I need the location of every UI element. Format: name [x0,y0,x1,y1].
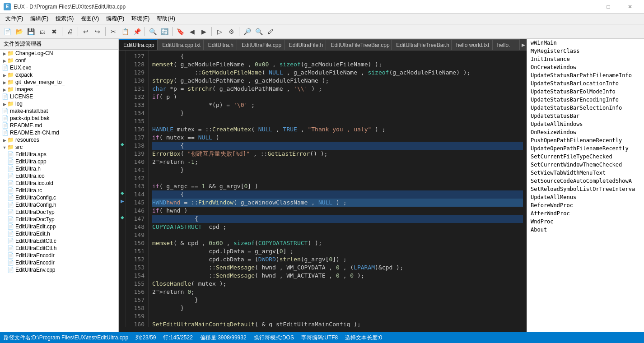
copy-button[interactable]: 📋 [120,26,131,37]
bookmark-button[interactable]: 🔖 [175,26,186,37]
code-line-133[interactable]: *(p) = '\0' ; [152,101,523,109]
code-line-155[interactable]: CloseHandle( mutex ); [152,280,523,288]
symbol-item-UpdateStatusBarEolModeInfo[interactable]: UpdateStatusBarEolModeInfo [527,88,644,96]
expand-icon[interactable]: ▼ [2,145,7,150]
code-area[interactable]: ◆◆▶◆ 12712812913013113213313413513613713… [119,51,527,327]
menu-item-文件(F)[interactable]: 文件(F) [2,14,27,24]
code-line-140[interactable]: 2">return -1; [152,158,523,166]
expand-icon[interactable]: ▶ [2,80,7,85]
search2-icon-btn[interactable]: 🔍 [253,26,264,37]
symbol-item-InitInstance[interactable]: InitInstance [527,55,644,63]
tree-item-EditUltraEncodir[interactable]: 📄 EditUltraEncodir [0,259,118,266]
config-button[interactable]: ⚙ [226,26,237,37]
run-button[interactable]: ▷ [214,26,225,37]
symbol-item-UpdateAllMenus[interactable]: UpdateAllMenus [527,193,644,201]
tree-item-EUX.exe[interactable]: 📄 EUX.exe [0,64,118,71]
tree-item-EditUltraEditCtl.h[interactable]: 📄 EditUltraEditCtl.h [0,245,118,252]
tree-item-pack-zip.bat.bak[interactable]: 📄 pack-zip.bat.bak [0,115,118,122]
symbol-item-OnResizeWindow[interactable]: OnResizeWindow [527,128,644,136]
symbol-item-OnCreateWindow[interactable]: OnCreateWindow [527,63,644,71]
symbol-item-UpdateStatusBar[interactable]: UpdateStatusBar [527,112,644,120]
tab-4[interactable]: EditUltraFile.h [285,39,327,50]
code-line-144[interactable]: { [152,190,523,199]
tree-item-EditUltraEditCtl.c[interactable]: 📄 EditUltraEditCtl.c [0,237,118,245]
code-line-135[interactable] [152,117,523,125]
highlight-button[interactable]: 🖊 [265,26,276,37]
code-line-148[interactable]: COPYDATASTRUCT cpd ; [152,223,523,231]
code-line-156[interactable]: 2">return 0; [152,288,523,296]
code-line-150[interactable]: memset( & cpd , 0x00 , sizeof(COPYDATAST… [152,239,523,247]
redo-button[interactable]: ↪ [92,26,103,37]
cut-button[interactable]: ✂ [108,26,119,37]
code-line-159[interactable] [152,312,523,320]
symbol-item-SetSourceCodeAutoCompletedShowA[interactable]: SetSourceCodeAutoCompletedShowA [527,177,644,185]
replace-button[interactable]: 🔄 [159,26,170,37]
code-line-146[interactable]: if( hwnd ) [152,207,523,215]
close-file-button[interactable]: ✖ [49,26,60,37]
code-line-154[interactable]: ::SendMessage( hwnd , WM_ACTIVATE , 0 , … [152,272,523,280]
prev-bookmark-button[interactable]: ◀ [187,26,197,37]
symbol-item-UpdateStatusBarLocationInfo[interactable]: UpdateStatusBarLocationInfo [527,79,644,88]
tree-item-EditUltraEnv.cpp[interactable]: 📄 EditUltraEnv.cpp [0,266,118,273]
code-line-128[interactable]: memset( g_acModuleFileName , 0x00 , size… [152,60,523,69]
tree-item-ChangeLog-CN[interactable]: ▶📁 ChangeLog-CN [0,50,118,57]
menu-item-编辑(E)[interactable]: 编辑(E) [27,14,52,24]
tab-scroll-right[interactable]: ▶ [520,39,527,50]
tree-item-conf[interactable]: ▶📁 conf [0,57,118,64]
horizontal-scrollbar[interactable] [119,327,527,332]
tab-8[interactable]: hello. [493,39,520,50]
tab-2[interactable]: EditUltra.h [204,39,237,50]
tab-6[interactable]: EditUltraFileTreeBar.h [392,39,452,50]
symbol-item-SetReloadSymbolListOrTreeInterva[interactable]: SetReloadSymbolListOrTreeInterva [527,185,644,193]
tab-3[interactable]: EditUltraFile.cpp [237,39,285,50]
menu-item-搜索(S)[interactable]: 搜索(S) [52,14,77,24]
next-bookmark-button[interactable]: ▶ [198,26,209,37]
symbol-item-UpdateStatusBarPathFilenameInfo[interactable]: UpdateStatusBarPathFilenameInfo [527,71,644,79]
save-all-button[interactable]: 🗂 [37,26,48,37]
minimize-button[interactable]: ─ [576,0,597,14]
symbol-item-UpdateStatusBarSelectionInfo[interactable]: UpdateStatusBarSelectionInfo [527,104,644,112]
tree-item-log[interactable]: ▶📁 log [0,100,118,107]
print-button[interactable]: 🖨 [65,26,75,37]
code-line-129[interactable]: ::GetModuleFileName( NULL , g_acModuleFi… [152,69,523,77]
tree-item-resources[interactable]: ▶📁 resources [0,136,118,144]
symbol-item-About[interactable]: About [527,226,644,234]
expand-icon[interactable]: ▶ [2,102,7,107]
symbol-item-SetCurrentWindowThemeChecked[interactable]: SetCurrentWindowThemeChecked [527,161,644,169]
tree-item-EditUltra.rc[interactable]: 📄 EditUltra.rc [0,187,118,194]
tab-7[interactable]: hello world.txt [452,39,493,50]
tree-item-EditUltraEdit.h[interactable]: 📄 EditUltraEdit.h [0,230,118,237]
symbol-item-WndProc[interactable]: WndProc [527,218,644,226]
code-line-138[interactable]: { [152,142,523,150]
code-line-143[interactable]: if( g_argc == 1 && g_argv[0] ) [152,182,523,190]
symbol-item-UpdateStatusBarEncodingInfo[interactable]: UpdateStatusBarEncodingInfo [527,96,644,104]
symbol-item-PushOpenPathFilenameRecently[interactable]: PushOpenPathFilenameRecently [527,136,644,144]
code-line-149[interactable] [152,231,523,239]
save-button[interactable]: 💾 [25,26,36,37]
tree-item-expack[interactable]: ▶📁 expack [0,71,118,79]
symbol-item-SetCurrentFileTypeChecked[interactable]: SetCurrentFileTypeChecked [527,153,644,161]
symbol-item-AfterWndProc[interactable]: AfterWndProc [527,209,644,218]
code-line-130[interactable]: strcpy( g_acModulePathName , g_acModuleF… [152,77,523,85]
tree-item-EditUltra.aps[interactable]: 📄 EditUltra.aps [0,151,118,158]
menu-item-编程(P)[interactable]: 编程(P) [103,14,128,24]
tree-item-EditUltraConfig.c[interactable]: 📄 EditUltraConfig.c [0,194,118,201]
code-line-142[interactable] [152,174,523,182]
tree-item-EditUltraConfig.h[interactable]: 📄 EditUltraConfig.h [0,201,118,209]
tree-item-EditUltraDocTyp[interactable]: 📄 EditUltraDocTyp [0,216,118,223]
tree-item-EditUltra.h[interactable]: 📄 EditUltra.h [0,165,118,172]
code-line-127[interactable]: { [152,52,523,60]
menu-item-视图(V)[interactable]: 视图(V) [77,14,103,24]
symbol-item-MyRegisterClass[interactable]: MyRegisterClass [527,47,644,55]
tree-item-EditUltra.ico.old[interactable]: 📄 EditUltra.ico.old [0,180,118,187]
menu-item-帮助(H)[interactable]: 帮助(H) [153,14,179,24]
code-line-134[interactable]: } [152,109,523,117]
symbol-item-SetViewTabWidthMenuText[interactable]: SetViewTabWidthMenuText [527,169,644,177]
code-line-153[interactable]: ::SendMessage( hwnd , WM_COPYDATA , 0 , … [152,264,523,272]
expand-icon[interactable]: ▶ [2,73,7,78]
menu-item-环境(E)[interactable]: 环境(E) [128,14,153,24]
code-line-139[interactable]: ErrorBox( "创建互斥量失败[%d]" , ::GetLastError… [152,150,523,158]
code-line-141[interactable]: } [152,166,523,174]
code-line-157[interactable]: } [152,296,523,304]
tab-1[interactable]: EditUltra.cpp.txt [158,39,204,50]
